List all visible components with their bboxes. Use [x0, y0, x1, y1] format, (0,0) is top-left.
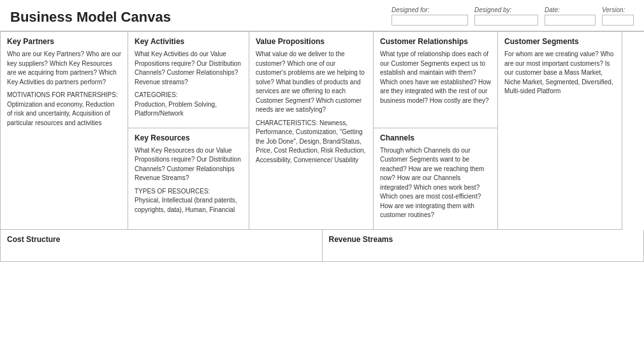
key-resources-cell: Key Resources What Key Resources do our … [128, 128, 249, 230]
cost-structure-title: Cost Structure [7, 235, 316, 244]
key-resources-text2: TYPES OF RESOURCES: Physical, Intellectu… [135, 187, 242, 215]
version-label: Version: [602, 6, 634, 13]
version-field: Version: [602, 6, 634, 26]
revenue-streams-title: Revenue Streams [329, 235, 638, 244]
channels-body: Through which Channels do our Customer S… [380, 146, 491, 220]
date-label: Date: [545, 6, 596, 13]
customer-relationships-body: What type of relationship does each of o… [380, 50, 491, 105]
customer-relationships-text1: What type of relationship does each of o… [380, 50, 491, 105]
designed-for-field: Designed for: [392, 6, 468, 26]
key-activities-cell: Key Activities What Key Activities do ou… [128, 32, 249, 128]
date-field: Date: [545, 6, 596, 26]
channels-text1: Through which Channels do our Customer S… [380, 146, 491, 220]
key-partners-cell: Key Partners Who are our Key Partners? W… [1, 32, 128, 230]
bottom-grid: Cost Structure Revenue Streams [0, 230, 644, 262]
page: Business Model Canvas Designed for: Desi… [0, 0, 644, 355]
designed-by-label: Designed by: [474, 6, 538, 13]
channels-cell: Channels Through which Channels do our C… [374, 128, 498, 230]
cost-structure-cell: Cost Structure [1, 230, 323, 262]
value-propositions-text1: What value do we deliver to the customer… [256, 50, 367, 115]
header: Business Model Canvas Designed for: Desi… [0, 0, 644, 31]
date-input[interactable] [545, 15, 596, 26]
page-title: Business Model Canvas [10, 9, 392, 26]
customer-segments-body: For whom are we creating value? Who are … [504, 50, 615, 96]
key-partners-title: Key Partners [7, 37, 121, 46]
canvas-grid: Key Partners Who are our Key Partners? W… [0, 31, 644, 230]
key-activities-title: Key Activities [135, 37, 242, 46]
key-partners-text1: Who are our Key Partners? Who are our ke… [7, 50, 121, 87]
key-partners-body: Who are our Key Partners? Who are our ke… [7, 50, 121, 128]
value-propositions-cell: Value Propositions What value do we deli… [249, 32, 374, 230]
key-resources-text1: What Key Resources do our Value Proposit… [135, 146, 242, 183]
channels-title: Channels [380, 133, 491, 142]
customer-segments-text1: For whom are we creating value? Who are … [504, 50, 615, 96]
value-propositions-body: What value do we deliver to the customer… [256, 50, 367, 165]
key-resources-title: Key Resources [135, 133, 242, 142]
key-resources-body: What Key Resources do our Value Proposit… [135, 146, 242, 215]
customer-segments-cell: Customer Segments For whom are we creati… [498, 32, 622, 230]
customer-segments-title: Customer Segments [504, 37, 615, 46]
value-propositions-text2: CHARACTERISTICS: Newness, Performance, C… [256, 119, 367, 165]
customer-relationships-title: Customer Relationships [380, 37, 491, 46]
designed-for-label: Designed for: [392, 6, 468, 13]
header-fields: Designed for: Designed by: Date: Version… [392, 6, 634, 26]
designed-for-input[interactable] [392, 15, 468, 26]
designed-by-field: Designed by: [474, 6, 538, 26]
customer-relationships-cell: Customer Relationships What type of rela… [374, 32, 498, 128]
revenue-streams-cell: Revenue Streams [323, 230, 645, 262]
key-activities-body: What Key Activities do our Value Proposi… [135, 50, 242, 119]
key-activities-text2: CATEGORIES: Production, Problem Solving,… [135, 91, 242, 119]
designed-by-input[interactable] [474, 15, 538, 26]
key-partners-text2: MOTIVATIONS FOR PARTNERSHIPS: Optimizati… [7, 91, 121, 128]
value-propositions-title: Value Propositions [256, 37, 367, 46]
key-activities-text1: What Key Activities do our Value Proposi… [135, 50, 242, 87]
version-input[interactable] [602, 15, 634, 26]
